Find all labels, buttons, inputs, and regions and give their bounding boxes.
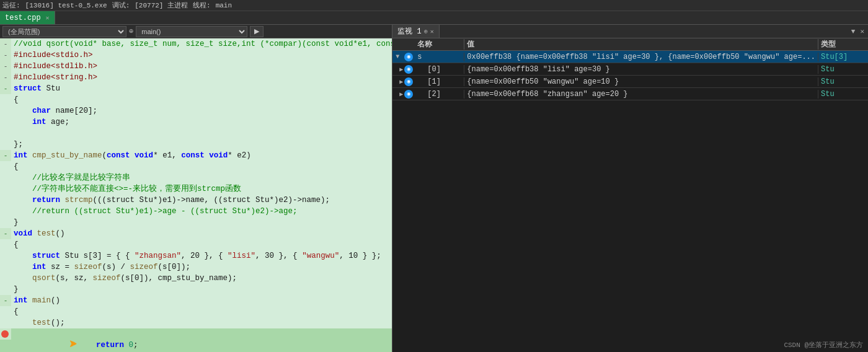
watch-var-icon-s: ◉	[404, 53, 413, 61]
watch-row-s-icon: ◉	[402, 53, 415, 61]
watch-tab-1[interactable]: 监视 1 ⊕ ✕	[392, 25, 439, 38]
code-line-23: }	[0, 284, 392, 295]
watch-row-s-name: s	[415, 53, 464, 61]
line-content-17: }	[11, 217, 392, 228]
line-content-26: test();	[11, 317, 392, 328]
watch-row-s-expand[interactable]: ▼	[392, 53, 402, 60]
gutter-3[interactable]: -	[0, 61, 11, 72]
code-line-11: - int cmp_stu_by_name(const void* e1, co…	[0, 150, 392, 161]
gutter-5[interactable]: -	[0, 83, 11, 94]
watch-tab-bar: 监视 1 ⊕ ✕ ▼ ✕	[392, 25, 868, 38]
watch-row-s0-type: Stu	[818, 65, 868, 74]
line-content-3: #include<stdlib.h>	[11, 61, 392, 72]
gutter-2[interactable]: -	[0, 50, 11, 61]
tab-test-cpp[interactable]: test.cpp ✕	[0, 11, 55, 24]
top-bar-thread: main	[216, 2, 232, 9]
code-line-7: char name[20];	[0, 105, 392, 117]
code-line-20: struct Stu s[3] = { { "zhangsan", 20 }, …	[0, 250, 392, 262]
code-line-2: - #include<stdio.h>	[0, 50, 392, 61]
watch-header-name: 名称	[415, 39, 464, 50]
watch-row-s1-icon: ◉	[402, 77, 415, 86]
code-line-17: }	[0, 217, 392, 228]
gutter-1[interactable]: -	[0, 38, 11, 50]
watch-row-s2-type: Stu	[818, 90, 868, 99]
watch-row-s1-value: {name=0x00effb50 "wangwu" age=10 }	[464, 77, 818, 86]
line-content-25: {	[11, 306, 392, 317]
watch-tab-actions: ▼ ✕	[850, 27, 868, 35]
watch-row-s0-icon: ◉	[402, 65, 415, 74]
code-line-25: {	[0, 306, 392, 317]
watch-expand-action[interactable]: ✕	[859, 27, 866, 35]
tab-bar: test.cpp ✕	[0, 11, 868, 25]
line-content-8: int age;	[11, 117, 392, 128]
code-toolbar: (全局范围) ⊕ main() ▶	[0, 25, 392, 38]
line-content-5: struct Stu	[11, 83, 392, 94]
code-line-13: //比较名字就是比较字符串	[0, 172, 392, 183]
watch-row-s2-icon: ◉	[402, 90, 415, 99]
watch-row-s2[interactable]: ▶ ◉ [2] {name=0x00effb68 "zhangsan" age=…	[392, 88, 868, 100]
line-content-27: ⮞ return 0;	[11, 328, 392, 352]
code-line-4: - #include<string.h>	[0, 72, 392, 83]
code-area[interactable]: - //void qsort(void* base, size_t num, s…	[0, 38, 392, 352]
watch-table-header: 名称 值 类型	[392, 38, 868, 51]
line-content-4: #include<string.h>	[11, 72, 392, 83]
code-line-16: //return ((struct Stu*)e1)->age - ((stru…	[0, 206, 392, 217]
watch-row-s-type: Stu[3]	[818, 53, 868, 61]
watch-tab-close[interactable]: ✕	[430, 28, 434, 35]
code-line-21: int sz = sizeof(s) / sizeof(s[0]);	[0, 262, 392, 273]
line-content-11: int cmp_stu_by_name(const void* e1, cons…	[11, 150, 392, 161]
top-bar-label1: 远征:	[2, 1, 20, 10]
line-content-6: {	[11, 94, 392, 105]
code-line-6: {	[0, 94, 392, 105]
watch-row-s2-expand[interactable]: ▶	[392, 90, 402, 98]
top-bar-label3: 线程:	[193, 1, 211, 10]
gutter-4[interactable]: -	[0, 72, 11, 83]
watch-tab-pin: ⊕	[424, 28, 428, 35]
watch-row-s1[interactable]: ▶ ◉ [1] {name=0x00effb50 "wangwu" age=10…	[392, 76, 868, 88]
watch-row-s[interactable]: ▼ ◉ s 0x00effb38 {name=0x00effb38 "lisi"…	[392, 51, 868, 63]
watch-row-s-value: 0x00effb38 {name=0x00effb38 "lisi" age=3…	[464, 53, 818, 61]
line-content-18: void test()	[11, 228, 392, 239]
line-content-20: struct Stu s[3] = { { "zhangsan", 20 }, …	[11, 250, 392, 262]
tab-test-cpp-label: test.cpp	[5, 14, 41, 22]
code-line-24: - int main()	[0, 295, 392, 306]
watch-row-s1-expand[interactable]: ▶	[392, 78, 402, 86]
gutter-18[interactable]: -	[0, 228, 11, 239]
code-line-14: //字符串比较不能直接<>=-来比较，需要用到strcmp函数	[0, 183, 392, 195]
code-line-3: - #include<stdlib.h>	[0, 61, 392, 72]
tab-test-cpp-close[interactable]: ✕	[46, 14, 50, 22]
watch-row-s0[interactable]: ▶ ◉ [0] {name=0x00effb38 "lisi" age=30 }…	[392, 63, 868, 76]
watch-tab-1-label: 监视 1	[397, 26, 421, 37]
top-bar-label2: 调试:	[112, 1, 130, 10]
code-line-27: ● ⮞ return 0;	[0, 328, 392, 352]
watch-row-s0-expand[interactable]: ▶	[392, 66, 402, 73]
scope-dropdown[interactable]: (全局范围)	[2, 26, 126, 37]
line-content-7: char name[20];	[11, 105, 392, 117]
code-line-18: - void test()	[0, 228, 392, 239]
line-content-16: //return ((struct Stu*)e1)->age - ((stru…	[11, 206, 392, 217]
watch-row-s1-type: Stu	[818, 77, 868, 86]
line-content-10: };	[11, 139, 392, 150]
watch-header-type: 类型	[818, 39, 868, 50]
watch-row-s0-value: {name=0x00effb38 "lisi" age=30 }	[464, 65, 818, 74]
code-lines: - //void qsort(void* base, size_t num, s…	[0, 38, 392, 352]
top-bar: 远征: [13016] test-0_5.exe 调试: [20772] 主进程…	[0, 0, 868, 11]
toolbar-nav-btn[interactable]: ▶	[250, 26, 264, 37]
gutter-24[interactable]: -	[0, 295, 11, 306]
code-line-5: - struct Stu	[0, 83, 392, 94]
watch-header-value: 值	[464, 39, 818, 50]
watch-collapse-action[interactable]: ▼	[850, 28, 857, 35]
toolbar-func-icon: ⊕	[129, 27, 133, 36]
watermark: CSDN @坐落于亚洲之东方	[784, 340, 863, 350]
code-panel: (全局范围) ⊕ main() ▶ - //void qsort(void* b…	[0, 25, 392, 352]
gutter-11[interactable]: -	[0, 150, 11, 161]
watch-row-s1-name: [1]	[415, 77, 464, 86]
watch-panel: 监视 1 ⊕ ✕ ▼ ✕ 名称 值 类型 ▼ ◉	[392, 25, 868, 352]
main-layout: (全局范围) ⊕ main() ▶ - //void qsort(void* b…	[0, 25, 868, 352]
line-content-12: {	[11, 161, 392, 172]
func-dropdown[interactable]: main()	[136, 26, 247, 37]
watch-row-s2-value: {name=0x00effb68 "zhangsan" age=20 }	[464, 90, 818, 99]
watch-var-icon-s1: ◉	[404, 77, 413, 86]
line-content-13: //比较名字就是比较字符串	[11, 172, 392, 183]
watch-table[interactable]: ▼ ◉ s 0x00effb38 {name=0x00effb38 "lisi"…	[392, 51, 868, 201]
